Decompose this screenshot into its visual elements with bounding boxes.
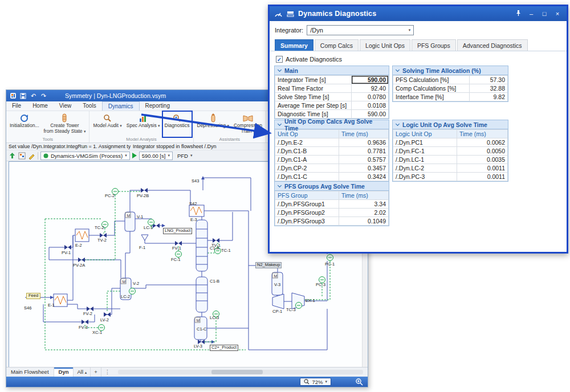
controller-label-PC-2[interactable]: PC-2	[105, 194, 115, 199]
exchanger-label-E-3[interactable]: E-3	[190, 218, 197, 223]
pfs-group-name[interactable]: /.Dyn.PFSGroup3	[275, 217, 339, 226]
horizontal-scrollbar-thumb[interactable]	[211, 370, 263, 374]
menu-dynamics[interactable]: Dynamics	[102, 101, 140, 111]
controller-label-FC-1[interactable]: FC-1	[171, 258, 181, 263]
column-header[interactable]: Time (ms)	[457, 130, 508, 138]
valve-label-PV-1[interactable]: PV-1	[62, 251, 71, 256]
row-value[interactable]: 32.88	[470, 84, 508, 93]
exchanger-label-E-1[interactable]: E-1	[48, 303, 55, 308]
save-icon[interactable]	[19, 92, 27, 100]
controller-label-LC-3[interactable]: LC-3	[210, 316, 219, 321]
vessel-label-C1-C[interactable]: C1-C	[197, 327, 207, 332]
tab-comp-calcs[interactable]: Comp Calcs	[315, 39, 359, 51]
tab-advanced-diagnostics[interactable]: Advanced Diagnostics	[457, 39, 528, 51]
logic-unitop-time[interactable]: 0.0011	[457, 173, 508, 181]
unitop-name[interactable]: /.Dyn.E-2	[275, 138, 339, 147]
maximize-button[interactable]: □	[540, 10, 549, 17]
dialog-titlebar[interactable]: Dynamics Diagnostics – □ ×	[270, 6, 567, 21]
valve-label-LV-3[interactable]: LV-3	[194, 344, 202, 349]
logic-unitop-time[interactable]: 0.0062	[457, 138, 508, 147]
row-value[interactable]: 0.0108	[352, 101, 389, 110]
row-value[interactable]: 590.00	[352, 110, 389, 119]
tab-pfs-groups[interactable]: PFS Groups	[412, 39, 456, 51]
equipment-symbols[interactable]	[54, 205, 304, 340]
unitop-name[interactable]: /.Dyn.CP-2	[275, 164, 339, 173]
spec-analysis-button[interactable]: Spec Analysis ▾	[125, 112, 162, 137]
valve-label-TV-2[interactable]: TV-2	[97, 238, 107, 243]
menu-tools[interactable]: Tools	[77, 101, 101, 111]
navigate-up-icon[interactable]	[9, 152, 16, 160]
column-label-C1-B[interactable]: C1-B	[210, 279, 219, 284]
integrator-time-box[interactable]: 590.00 [s] ▾	[139, 152, 173, 160]
controller-label-LC-1[interactable]: LC-1	[144, 226, 153, 231]
unitop-time[interactable]: 0.3424	[339, 173, 389, 181]
zoom-in-button[interactable]	[356, 378, 363, 388]
add-flowsheet-tab-button[interactable]: +	[91, 368, 101, 377]
unitop-name[interactable]: /.Dyn.C1-C	[275, 173, 339, 181]
tab-dyn[interactable]: Dyn	[54, 368, 74, 377]
tab-logic-unit-ops[interactable]: Logic Unit Ops	[360, 39, 410, 51]
activate-diagnostics-checkbox[interactable]: ✓	[276, 56, 283, 63]
controller-label-XC-1[interactable]: XC-1	[92, 330, 102, 336]
pfs-group-name[interactable]: /.Dyn.PFSGroup2	[275, 209, 339, 217]
vessel-label-V-3[interactable]: V-3	[274, 283, 280, 288]
row-value[interactable]: 57.30	[470, 76, 508, 84]
vessel-label-V-1[interactable]: V-1	[137, 215, 143, 220]
unitop-time[interactable]: 0.9636	[339, 138, 389, 147]
controller-label-TC-1[interactable]: TC-1	[221, 248, 231, 254]
tab-overflow-icon[interactable]: ⋮	[101, 368, 114, 377]
pin-icon[interactable]	[514, 10, 523, 18]
pfs-group-time[interactable]: 2.02	[339, 209, 389, 217]
pfs-group-time[interactable]: 0.1049	[339, 217, 389, 226]
row-value[interactable]: 92.40	[352, 84, 389, 93]
logic-unitop-name[interactable]: /.Dyn.PC1	[393, 138, 457, 147]
run-integrator-button[interactable]	[132, 153, 137, 158]
valve-label-FV-2[interactable]: FV-2	[83, 312, 92, 317]
controller-label-LC-2[interactable]: LC-2	[121, 295, 130, 300]
tab-all[interactable]: All ▴	[74, 368, 91, 377]
annotate-icon[interactable]	[28, 152, 35, 160]
menu-file[interactable]: File	[6, 101, 27, 111]
row-value[interactable]: 0.0780	[352, 93, 389, 101]
exchanger-label-E-2[interactable]: E-2	[75, 243, 82, 248]
expander-label-EX-1[interactable]: EX-1	[306, 299, 315, 304]
compression-train-button[interactable]: Compression Train ▾	[232, 112, 264, 137]
menu-view[interactable]: View	[54, 101, 78, 111]
simulation-case-selector[interactable]: Dynamics-VMGSim (Process) ▾	[40, 152, 130, 160]
valve-label-TV-1[interactable]: TV-1	[211, 243, 221, 248]
stream-label-S42[interactable]: S42	[189, 202, 197, 207]
menu-home[interactable]: Home	[27, 101, 54, 111]
valve-label-FV-3[interactable]: FV-3	[79, 325, 88, 330]
column-header[interactable]: PFS Group	[275, 191, 339, 200]
minimize-button[interactable]: –	[527, 10, 536, 17]
valve-label-PV-2B[interactable]: PV-2B	[137, 194, 149, 199]
column-header[interactable]: Logic Unit Op	[393, 130, 457, 138]
valve-label-PV-2A[interactable]: PV-2A	[73, 263, 85, 268]
diagnostics-button[interactable]: Diagnostics	[163, 112, 192, 137]
unitop-name[interactable]: /.Dyn.C1-B	[275, 147, 339, 156]
compressor-label-CP-1[interactable]: CP-1	[272, 309, 282, 315]
row-value-selected[interactable]: 590.00	[352, 76, 389, 84]
initialization-button[interactable]: Initialization...	[8, 112, 41, 137]
flash-label-F-1[interactable]: F-1	[139, 246, 145, 251]
stream-label-Feed[interactable]: Feed	[26, 293, 40, 299]
controller-label-TC-2[interactable]: TC-2	[95, 226, 104, 231]
logic-unitop-name[interactable]: /.Dyn.LC-2	[393, 164, 457, 173]
main-table-titlebar[interactable]: Main	[275, 66, 389, 75]
close-button[interactable]: ×	[553, 10, 562, 17]
logic-unitop-name[interactable]: /.Dyn.LC-1	[393, 156, 457, 164]
unitop-titlebar[interactable]: Unit Op Comp Calcs Avg Solve Time	[275, 120, 389, 129]
row-value[interactable]: 9.82	[470, 93, 508, 101]
depressuring-button[interactable]: Depressuring ▾	[196, 112, 231, 137]
view-selector[interactable]: PFD ▾	[175, 152, 195, 160]
redo-icon[interactable]: ↷	[40, 92, 47, 100]
zoom-control[interactable]: 72% ▾	[300, 378, 331, 386]
unitop-name[interactable]: /.Dyn.C1-A	[275, 156, 339, 164]
logic-unitop-name[interactable]: /.Dyn.PC-3	[393, 173, 457, 181]
logic-unitop-time[interactable]: 0.0011	[457, 164, 508, 173]
stream-label-S46[interactable]: S46	[24, 306, 31, 311]
stream-label-S43[interactable]: S43	[192, 179, 199, 184]
stream-label-N2-Makeup[interactable]: N2_Makeup	[255, 262, 282, 268]
vessel-label-V-2[interactable]: V-2	[133, 281, 139, 287]
unitop-time[interactable]: 0.7781	[339, 147, 389, 156]
